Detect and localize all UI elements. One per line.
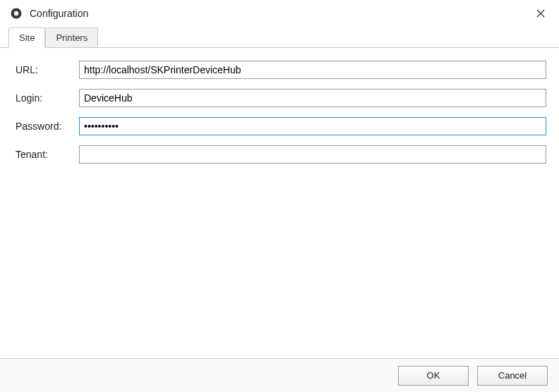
window-title: Configuration <box>30 8 88 19</box>
app-icon <box>10 7 23 20</box>
tab-printers[interactable]: Printers <box>45 27 98 47</box>
cancel-button[interactable]: Cancel <box>477 366 548 386</box>
row-url: URL: <box>16 61 546 79</box>
login-field[interactable] <box>79 89 546 107</box>
titlebar-left: Configuration <box>10 7 88 20</box>
form-area: URL: Login: Password: Tenant: <box>0 48 559 164</box>
row-tenant: Tenant: <box>16 145 546 164</box>
tabstrip: Site Printers <box>0 27 559 48</box>
titlebar: Configuration <box>0 0 559 27</box>
ok-button[interactable]: OK <box>398 366 469 386</box>
row-password: Password: <box>16 117 546 135</box>
button-bar: OK Cancel <box>0 358 559 392</box>
tenant-field[interactable] <box>79 145 546 164</box>
password-field[interactable] <box>79 117 546 135</box>
label-url: URL: <box>16 64 79 75</box>
label-tenant: Tenant: <box>16 149 79 160</box>
close-icon[interactable] <box>528 4 553 23</box>
row-login: Login: <box>16 89 546 107</box>
svg-point-1 <box>14 11 18 16</box>
label-password: Password: <box>16 121 79 132</box>
tab-site[interactable]: Site <box>8 27 45 48</box>
url-field[interactable] <box>79 61 546 79</box>
label-login: Login: <box>16 92 79 104</box>
